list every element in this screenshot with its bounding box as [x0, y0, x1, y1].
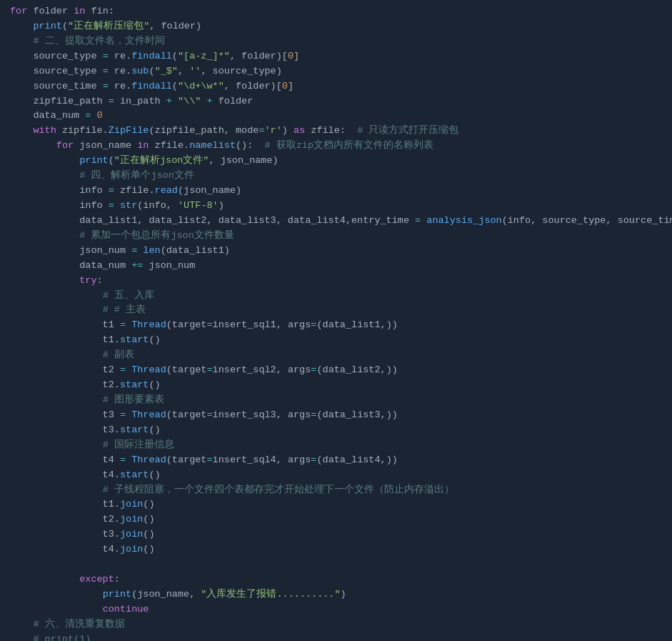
code-line-13: info = zfile.read(json_name): [7, 184, 672, 199]
code-line-6: source_time = re.findall("\d+\w*", folde…: [7, 79, 672, 94]
code-line-21: # # 主表: [7, 303, 672, 318]
code-line-29: t3.start(): [7, 423, 672, 438]
code-line-26: t2.start(): [7, 378, 672, 393]
code-line-2: print("正在解析压缩包", folder): [7, 19, 672, 34]
code-line-10: for json_name in zfile.namelist(): # 获取z…: [7, 139, 672, 154]
code-line-42: # 六、清洗重复数据: [7, 617, 672, 632]
code-line-36: t3.join(): [7, 527, 672, 542]
code-line-8: data_num = 0: [7, 109, 672, 124]
code-line-31: t4 = Thread(target=insert_sql4, args=(da…: [7, 453, 672, 468]
code-line-38: [7, 557, 672, 572]
code-line-33: # 子线程阻塞，一个文件四个表都存完才开始处理下一个文件（防止内存溢出）: [7, 483, 672, 498]
code-line-28: t3 = Thread(target=insert_sql3, args=(da…: [7, 408, 672, 423]
code-line-30: # 国际注册信息: [7, 438, 672, 453]
code-line-17: json_num = len(data_list1): [7, 244, 672, 259]
code-line-4: source_type = re.findall("[a-z_]*", fold…: [7, 49, 672, 64]
code-line-35: t2.join(): [7, 512, 672, 527]
code-line-27: # 图形要素表: [7, 393, 672, 408]
code-line-41: continue: [7, 602, 672, 617]
code-line-5: source_type = re.sub("_$", '', source_ty…: [7, 64, 672, 79]
code-line-25: t2 = Thread(target=insert_sql2, args=(da…: [7, 363, 672, 378]
code-line-39: except:: [7, 572, 672, 587]
code-line-15: data_list1, data_list2, data_list3, data…: [7, 214, 672, 229]
code-line-16: # 累加一个包总所有json文件数量: [7, 229, 672, 244]
code-container: for folder in fin: print("正在解析压缩包", fold…: [0, 0, 672, 641]
code-line-40: print(json_name, "入库发生了报错.........."): [7, 587, 672, 602]
code-line-12: # 四、解析单个json文件: [7, 169, 672, 184]
code-line-24: # 副表: [7, 348, 672, 363]
code-line-3: # 二、提取文件名，文件时间: [7, 34, 672, 49]
code-line-20: # 五、入库: [7, 289, 672, 304]
code-line-7: zipfile_path = in_path + "\\" + folder: [7, 94, 672, 109]
code-line-32: t4.start(): [7, 468, 672, 483]
code-line-19: try:: [7, 274, 672, 289]
code-line-11: print("正在解析json文件", json_name): [7, 154, 672, 169]
code-line-23: t1.start(): [7, 333, 672, 348]
code-line-18: data_num += json_num: [7, 259, 672, 274]
code-line-14: info = str(info, 'UTF-8'): [7, 199, 672, 214]
code-line-37: t4.join(): [7, 542, 672, 557]
code-line-1: for folder in fin:: [7, 4, 672, 19]
code-line-9: with zipfile.ZipFile(zipfile_path, mode=…: [7, 124, 672, 139]
code-line-34: t1.join(): [7, 497, 672, 512]
code-line-43: # print(1): [7, 632, 672, 641]
code-line-22: t1 = Thread(target=insert_sql1, args=(da…: [7, 318, 672, 333]
